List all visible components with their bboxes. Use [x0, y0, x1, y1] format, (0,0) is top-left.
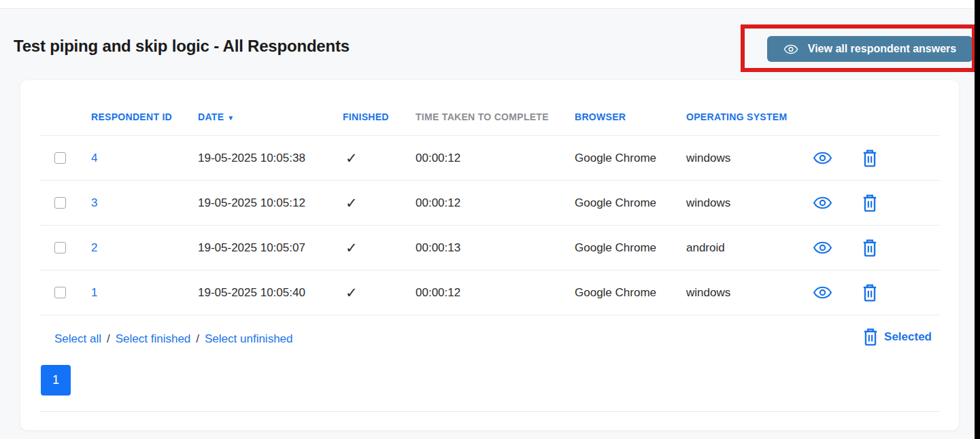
- pagination: 1: [41, 365, 959, 396]
- link-separator: /: [196, 332, 199, 346]
- finished-check-icon: ✓: [343, 150, 416, 166]
- column-header-browser[interactable]: BROWSER: [575, 111, 686, 122]
- page-title: Test piping and skip logic - All Respond…: [14, 37, 350, 56]
- sort-descending-icon: ▼: [227, 114, 234, 122]
- row-checkbox[interactable]: [54, 152, 66, 164]
- trash-icon: [862, 150, 877, 167]
- table-row: 4 19-05-2025 10:05:38 ✓ 00:00:12 Google …: [39, 136, 940, 181]
- eye-icon: [813, 286, 832, 299]
- respondents-table: RESPONDENT ID DATE▼ FINISHED TIME TAKEN …: [20, 80, 959, 315]
- time-taken-cell: 00:00:12: [416, 152, 575, 165]
- os-cell: windows: [686, 196, 798, 210]
- eye-icon: [813, 152, 832, 164]
- view-respondent-button[interactable]: [809, 281, 836, 305]
- respondents-card: RESPONDENT ID DATE▼ FINISHED TIME TAKEN …: [20, 80, 959, 430]
- view-respondent-button[interactable]: [809, 146, 836, 171]
- select-unfinished-link[interactable]: Select unfinished: [205, 332, 292, 346]
- date-cell: 19-05-2025 10:05:12: [198, 196, 343, 210]
- row-checkbox[interactable]: [54, 287, 66, 298]
- trash-icon: [863, 328, 878, 346]
- delete-respondent-button[interactable]: [856, 146, 883, 171]
- respondent-id-link[interactable]: 3: [91, 196, 198, 210]
- column-header-operating-system[interactable]: OPERATING SYSTEM: [686, 111, 798, 122]
- table-row: 2 19-05-2025 10:05:07 ✓ 00:00:13 Google …: [39, 226, 940, 270]
- delete-selected-label: Selected: [884, 330, 932, 344]
- browser-cell: Google Chrome: [575, 196, 686, 210]
- time-taken-cell: 00:00:13: [416, 241, 575, 255]
- column-header-time-taken[interactable]: TIME TAKEN TO COMPLETE: [416, 111, 575, 122]
- browser-cell: Google Chrome: [575, 152, 686, 165]
- selection-links-row: Select all / Select finished / Select un…: [39, 330, 940, 349]
- table-header-row: RESPONDENT ID DATE▼ FINISHED TIME TAKEN …: [39, 98, 940, 136]
- view-respondent-button[interactable]: [809, 191, 836, 215]
- row-checkbox[interactable]: [54, 242, 66, 253]
- trash-icon: [862, 239, 877, 257]
- screen-right-edge-bar: [975, 0, 980, 439]
- eye-icon: [813, 241, 832, 254]
- respondent-id-link[interactable]: 1: [91, 286, 198, 300]
- respondent-id-link[interactable]: 4: [91, 152, 198, 165]
- page-1-button[interactable]: 1: [41, 365, 71, 396]
- delete-respondent-button[interactable]: [856, 191, 883, 215]
- top-strip: [0, 0, 980, 9]
- finished-check-icon: ✓: [343, 285, 416, 301]
- time-taken-cell: 00:00:12: [416, 196, 575, 210]
- respondent-id-link[interactable]: 2: [91, 241, 198, 255]
- browser-cell: Google Chrome: [575, 241, 686, 255]
- eye-icon: [813, 196, 832, 209]
- link-separator: /: [107, 332, 110, 346]
- view-all-respondent-answers-button[interactable]: View all respondent answers: [767, 36, 973, 62]
- date-cell: 19-05-2025 10:05:40: [198, 286, 343, 300]
- finished-check-icon: ✓: [343, 195, 416, 211]
- column-header-finished[interactable]: FINISHED: [343, 111, 416, 122]
- finished-check-icon: ✓: [343, 240, 416, 256]
- row-checkbox[interactable]: [54, 197, 66, 209]
- trash-icon: [862, 284, 877, 302]
- delete-selected-button[interactable]: Selected: [863, 328, 932, 346]
- date-cell: 19-05-2025 10:05:07: [198, 241, 343, 255]
- eye-icon: [783, 44, 798, 54]
- time-taken-cell: 00:00:12: [416, 286, 575, 300]
- select-all-link[interactable]: Select all: [54, 332, 101, 346]
- browser-cell: Google Chrome: [575, 286, 686, 300]
- card-bottom-divider: [39, 411, 940, 412]
- column-header-respondent-id[interactable]: RESPONDENT ID: [91, 111, 198, 122]
- table-row: 1 19-05-2025 10:05:40 ✓ 00:00:12 Google …: [39, 270, 940, 315]
- select-finished-link[interactable]: Select finished: [116, 332, 191, 346]
- date-cell: 19-05-2025 10:05:38: [198, 152, 343, 165]
- table-row: 3 19-05-2025 10:05:12 ✓ 00:00:12 Google …: [39, 181, 940, 226]
- trash-icon: [862, 194, 877, 212]
- column-header-date[interactable]: DATE▼: [198, 111, 343, 122]
- os-cell: windows: [686, 152, 798, 165]
- delete-respondent-button[interactable]: [856, 236, 883, 260]
- os-cell: windows: [686, 286, 798, 300]
- view-all-button-label: View all respondent answers: [808, 43, 956, 55]
- os-cell: android: [686, 241, 798, 255]
- view-respondent-button[interactable]: [809, 236, 836, 260]
- delete-respondent-button[interactable]: [856, 281, 883, 305]
